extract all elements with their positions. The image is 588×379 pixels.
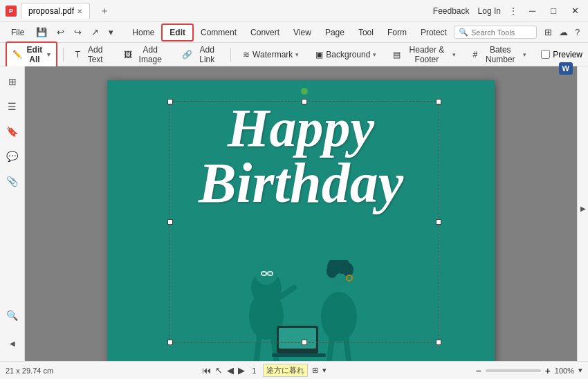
app-icon: P [6,6,17,17]
cursor-mode-button[interactable]: ↖ [215,365,223,376]
feedback-link[interactable]: Feedback [433,6,470,16]
menu-bar: File 💾 ↩ ↪ ↗ ▾ Home Edit Comment Convert… [0,22,588,43]
menu-edit[interactable]: Edit [161,24,194,41]
bates-icon: # [472,50,477,59]
watermark-arrow: ▾ [295,51,299,58]
add-image-button[interactable]: 🖼 Add Image [118,42,172,67]
watermark-icon: ≋ [243,50,250,59]
sidebar-search-icon[interactable]: 🔍 [3,306,22,325]
svg-rect-11 [272,353,326,357]
search-tools-input[interactable] [471,28,533,37]
handle-top-left[interactable] [167,99,173,104]
title-bar-left: P proposal.pdf ✕ ＋ [6,2,115,20]
header-footer-label: Header & Footer [403,45,450,64]
search-tools-box[interactable]: 🔍 [454,26,537,39]
handle-mid-left[interactable] [167,219,173,225]
word-icon[interactable]: W [559,66,573,75]
menu-view[interactable]: View [286,25,318,40]
tab-item[interactable]: proposal.pdf ✕ [21,3,90,19]
sidebar-collapse-arrow[interactable]: ◀ [7,331,18,355]
background-button[interactable]: ▣ Background ▾ [309,47,383,62]
tab-close-icon[interactable]: ✕ [77,8,82,15]
right-collapse-arrow[interactable]: ▶ [580,205,586,212]
edit-all-arrow: ▾ [47,51,50,58]
header-footer-button[interactable]: ▤ Header & Footer ▾ [387,42,462,67]
minimize-button[interactable]: ─ [526,6,539,16]
background-icon: ▣ [315,50,323,59]
first-page-button[interactable]: ⏮ [202,365,211,376]
view-icon: ⊞ [312,366,318,375]
redo-icon[interactable]: ↪ [71,26,85,39]
selection-box[interactable] [169,101,439,343]
cloud-icon[interactable]: ☁ [555,26,571,39]
bates-number-button[interactable]: # Bates Number ▾ [466,42,533,67]
maximize-button[interactable]: □ [547,6,560,16]
main-area: ⊞ ☰ 🔖 💬 📎 🔍 ◀ Happy [0,66,588,361]
preview-label: Preview [553,50,582,59]
pdf-viewer[interactable]: Happy Birthday [25,66,577,361]
link-icon: 🔗 [182,50,192,59]
save-icon[interactable]: 💾 [33,26,50,39]
more-options-icon[interactable]: ⋮ [509,6,517,16]
handle-mid-right[interactable] [436,219,441,225]
menu-page[interactable]: Page [318,25,351,40]
handle-bot-center[interactable] [302,340,307,345]
next-page-button[interactable]: ▶ [238,365,245,376]
title-bar-right: Feedback Log In ⋮ ─ □ ✕ [433,6,582,16]
sidebar-bookmark-icon[interactable]: 🔖 [3,122,22,141]
add-text-label: Add Text [83,45,107,64]
add-text-button[interactable]: T Add Text [69,42,114,67]
background-label: Background [326,50,370,59]
search-icon: 🔍 [459,28,468,37]
sidebar-attachment-icon[interactable]: 📎 [3,172,22,191]
share-icon[interactable]: ↗ [88,26,102,39]
zoom-out-button[interactable]: − [475,365,481,376]
japanese-text[interactable]: 途方に暮れ [263,364,308,377]
menu-convert[interactable]: Convert [244,25,286,40]
prev-page-button[interactable]: ◀ [227,365,234,376]
add-link-button[interactable]: 🔗 Add Link [176,42,225,67]
menu-tool[interactable]: Tool [351,25,380,40]
status-right: − + 100% ▾ [475,365,582,376]
external-link-icon[interactable]: ⊞ [541,26,555,39]
page-dimensions: 21 x 29.74 cm [6,367,53,375]
zoom-dropdown-icon[interactable]: ▾ [578,366,582,375]
handle-rotate[interactable] [301,88,308,95]
bates-label: Bates Number [480,45,520,64]
zoom-in-button[interactable]: + [545,365,551,376]
handle-bot-left[interactable] [167,340,173,345]
sidebar-thumbnail-icon[interactable]: ☰ [3,97,22,116]
preview-toggle: Preview [541,50,582,59]
new-tab-button[interactable]: ＋ [94,2,115,20]
sidebar-panel-icon[interactable]: ⊞ [3,72,22,91]
left-sidebar: ⊞ ☰ 🔖 💬 📎 🔍 ◀ [0,66,25,361]
menu-comment[interactable]: Comment [194,25,244,40]
page-number: 1 [249,367,259,375]
login-link[interactable]: Log In [478,6,501,16]
preview-checkbox[interactable] [541,50,550,59]
edit-all-button[interactable]: ✏️ Edit All ▾ [6,41,57,68]
handle-bot-right[interactable] [436,340,441,345]
sidebar-comment-icon[interactable]: 💬 [3,147,22,166]
add-link-label: Add Link [195,45,219,64]
menu-protect[interactable]: Protect [414,25,454,40]
zoom-slider[interactable] [486,369,541,372]
dropdown-icon[interactable]: ▾ [105,26,117,39]
handle-top-center[interactable] [302,99,307,104]
menu-home[interactable]: Home [125,25,161,40]
zoom-level: 100% [555,367,574,375]
toolbar-sep-2 [230,48,231,62]
view-options-arrow[interactable]: ▾ [322,366,327,375]
menu-form[interactable]: Form [380,25,414,40]
menu-items: Home Edit Comment Convert View Page Tool… [125,24,454,41]
close-button[interactable]: ✕ [568,6,582,16]
status-bar: 21 x 29.74 cm ⏮ ↖ ◀ ▶ 1 途方に暮れ ⊞ ▾ − + 10… [0,361,588,379]
handle-top-right[interactable] [436,99,441,104]
menu-file[interactable]: File [6,25,30,40]
watermark-button[interactable]: ≋ Watermark ▾ [237,47,305,62]
help-icon[interactable]: ? [571,26,583,39]
pdf-page: Happy Birthday [107,80,495,361]
undo-icon[interactable]: ↩ [53,26,68,39]
tab-title: proposal.pdf [28,6,74,16]
edit-icon: ✏️ [12,50,22,59]
